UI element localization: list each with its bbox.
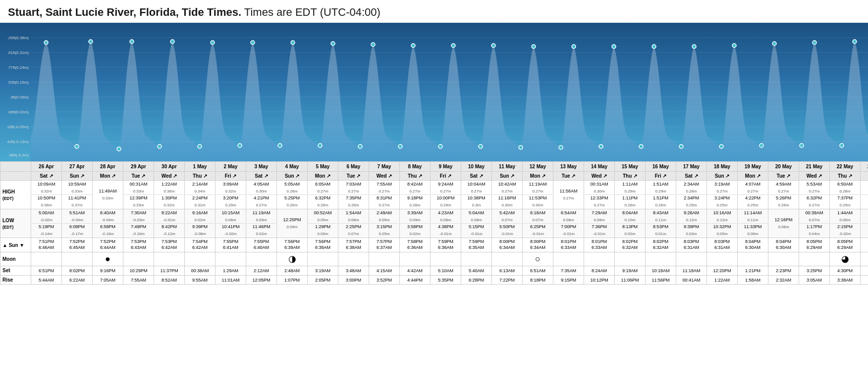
- table-cell: 10:09AM0.32m10:50PM0.36m: [31, 181, 62, 209]
- date-27apr[interactable]: 27 Apr: [62, 162, 93, 172]
- date-21may[interactable]: 21 May: [799, 162, 830, 172]
- day-wed0: Wed ↗: [154, 172, 185, 181]
- svg-point-30: [572, 45, 576, 48]
- svg-point-50: [559, 145, 563, 149]
- day-fri2: Fri ↗: [646, 172, 676, 181]
- day-thu0: Thu ↗: [185, 172, 216, 181]
- svg-point-47: [438, 145, 442, 148]
- date-28apr[interactable]: 28 Apr: [93, 162, 123, 172]
- day-sun3: Sun ↗: [707, 172, 738, 181]
- table-cell: 9:19AM: [615, 266, 646, 276]
- date-29apr[interactable]: 29 Apr: [123, 162, 154, 172]
- date-19may[interactable]: 19 May: [738, 162, 768, 172]
- table-cell: 1:29AM: [216, 266, 246, 276]
- date-14may[interactable]: 14 May: [584, 162, 615, 172]
- date-23may[interactable]: 23 May: [861, 162, 868, 172]
- table-cell: 11:18AM: [676, 266, 707, 276]
- svg-point-18: [89, 40, 93, 44]
- table-cell: 8:24AM: [584, 266, 615, 276]
- date-30apr[interactable]: 30 Apr: [154, 162, 185, 172]
- table-cell: 7:55PM6:41AM: [216, 238, 246, 252]
- svg-point-25: [371, 43, 375, 47]
- date-17may[interactable]: 17 May: [676, 162, 707, 172]
- table-cell: [338, 252, 369, 266]
- svg-point-44: [318, 144, 322, 147]
- table-cell: ○: [523, 252, 553, 266]
- table-cell: [799, 252, 830, 266]
- date-3may[interactable]: 3 May: [246, 162, 277, 172]
- table-cell: [461, 252, 492, 266]
- table-cell: 7:54PM6:42AM: [185, 238, 216, 252]
- date-8may[interactable]: 8 May: [400, 162, 431, 172]
- table-cell: 3:09AM0.32m3:20PM0.29m: [216, 181, 246, 209]
- table-cell: [861, 252, 868, 266]
- table-cell: 7:29AM0.09m7:36PM-0.01m: [584, 209, 615, 238]
- table-cell: [861, 275, 868, 285]
- date-18may[interactable]: 18 May: [707, 162, 738, 172]
- table-cell: 4:30PM: [830, 266, 861, 276]
- table-cell: 2:34AM0.28m2:34PM0.25m: [676, 181, 707, 209]
- table-cell: 7:59PM6:36AM: [431, 238, 461, 252]
- table-cell: 10:12PM: [584, 275, 615, 285]
- row-label: ▲ Sun ▼: [0, 238, 31, 252]
- table-cell: 7:05AM: [93, 275, 123, 285]
- table-cell: 1:22AM: [707, 275, 738, 285]
- date-5may[interactable]: 5 May: [308, 162, 338, 172]
- table-cell: 00:41AM: [676, 275, 707, 285]
- table-cell: 9:15PM: [553, 275, 584, 285]
- table-cell: ●: [93, 252, 123, 266]
- date-22may[interactable]: 22 May: [830, 162, 861, 172]
- date-7may[interactable]: 7 May: [369, 162, 400, 172]
- date-15may[interactable]: 15 May: [615, 162, 646, 172]
- svg-point-17: [44, 41, 48, 45]
- day-sat0: Sat ↗: [31, 172, 62, 181]
- table-cell: 8:02PM: [62, 266, 93, 276]
- table-cell: 5:00AM-0.02m5:19PM-0.14m: [31, 209, 62, 238]
- table-cell: 6:13AM: [492, 266, 523, 276]
- day-tue2: Tue ↗: [553, 172, 584, 181]
- table-cell: [400, 252, 431, 266]
- date-26apr[interactable]: 26 Apr: [31, 162, 62, 172]
- day-fri0: Fri ↗: [216, 172, 246, 181]
- date-11may[interactable]: 11 May: [492, 162, 523, 172]
- day-thu2: Thu ↗: [615, 172, 646, 181]
- table-cell: [308, 252, 338, 266]
- table-cell: 9:16PM: [93, 266, 123, 276]
- date-20may[interactable]: 20 May: [768, 162, 799, 172]
- table-cell: 7:35AM: [553, 266, 584, 276]
- table-cell: 8:04AM0.10m8:13PM0.00m: [615, 209, 646, 238]
- date-10may[interactable]: 10 May: [461, 162, 492, 172]
- svg-point-46: [398, 145, 402, 148]
- table-cell: 7:55AM0.27m8:31PM0.27m: [369, 181, 400, 209]
- svg-text:.66ft(-0.2m): .66ft(-0.2m): [8, 153, 29, 157]
- table-cell: 8:00PM6:34AM: [492, 238, 523, 252]
- table-cell: 6:50AM0.28m7:37PM0.29m: [830, 181, 861, 209]
- tide-table: 26 Apr 27 Apr 28 Apr 29 Apr 30 Apr 1 May…: [0, 161, 868, 285]
- table-cell: 7:56PM6:39AM: [277, 238, 308, 252]
- table-cell: 8:03PM6:31AM: [676, 238, 707, 252]
- table-cell: 8:01PM6:33AM: [553, 238, 584, 252]
- date-1may[interactable]: 1 May: [185, 162, 216, 172]
- table-cell: 4:05AM0.30m4:21PM0.27m: [246, 181, 277, 209]
- table-cell: 2:14AM0.34m2:24PM0.31m: [185, 181, 216, 209]
- table-cell: 7:53PM6:43AM: [123, 238, 154, 252]
- table-cell: [707, 252, 738, 266]
- date-4may[interactable]: 4 May: [277, 162, 308, 172]
- svg-point-35: [772, 42, 776, 46]
- day-wed3: Wed ↗: [799, 172, 830, 181]
- row-label: Set: [0, 266, 31, 276]
- table-cell: 4:23AM0.09m4:38PM-0.01m: [431, 209, 461, 238]
- date-9may[interactable]: 9 May: [431, 162, 461, 172]
- date-6may[interactable]: 6 May: [338, 162, 369, 172]
- table-cell: 8:18PM: [523, 275, 553, 285]
- date-16may[interactable]: 16 May: [646, 162, 676, 172]
- date-12may[interactable]: 12 May: [523, 162, 553, 172]
- svg-point-33: [692, 45, 696, 48]
- svg-point-43: [278, 144, 282, 147]
- row-label: Moon: [0, 252, 31, 266]
- date-13may[interactable]: 13 May: [553, 162, 584, 172]
- date-2may[interactable]: 2 May: [216, 162, 246, 172]
- table-cell: [62, 252, 93, 266]
- table-cell: 2:49AM0.09m3:15PM0.05m: [369, 209, 400, 238]
- table-cell: 8:05PM6:29AM: [799, 238, 830, 252]
